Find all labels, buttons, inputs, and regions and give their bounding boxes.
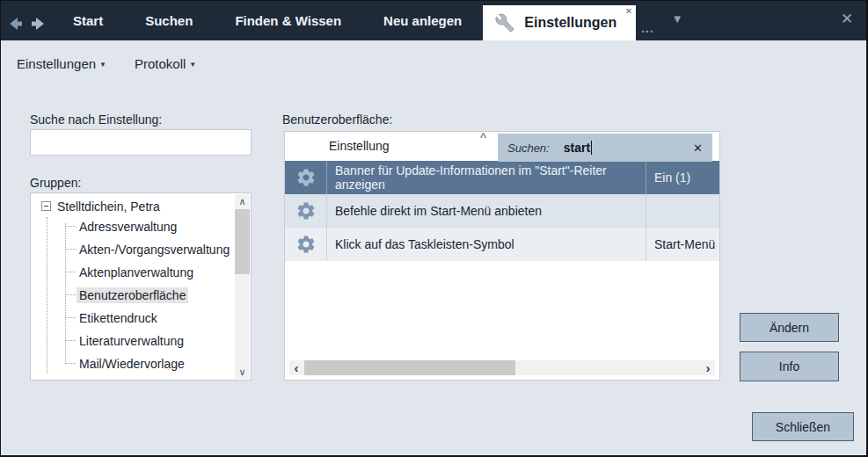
tree-vertical-scrollbar[interactable]: ∧ ∨ xyxy=(235,194,250,379)
groups-tree: Stelltdichein, Petra Adressverwaltung Ak… xyxy=(30,192,252,381)
tree-connector-line xyxy=(65,223,66,364)
text-cursor xyxy=(591,141,592,155)
tab-einstellungen-active[interactable]: Einstellungen ✕ xyxy=(483,5,636,40)
table-header[interactable]: Einstellung ^ Suchen: start ✕ xyxy=(285,132,719,161)
gear-icon xyxy=(295,167,317,188)
tab-neu-anlegen[interactable]: Neu anlegen xyxy=(362,1,483,40)
search-setting-label: Suche nach Einstellung: xyxy=(30,112,162,127)
table-search-overlay: Suchen: start ✕ xyxy=(498,134,712,162)
menu-protokoll-caret-icon: ▼ xyxy=(189,59,196,69)
sort-asc-icon: ^ xyxy=(480,130,486,145)
tab-suchen-label: Suchen xyxy=(145,13,193,28)
tree-item-label: Mail/Wiedervorlage xyxy=(77,356,187,372)
scroll-left-icon[interactable]: ‹ xyxy=(289,360,303,375)
tree-item-mail-wiedervorlage[interactable]: Mail/Wiedervorlage xyxy=(77,352,251,375)
tree-item-aktenplanverwaltung[interactable]: Aktenplanverwaltung xyxy=(77,261,251,284)
wrench-icon xyxy=(495,13,514,33)
tree-item-label: Aktenplanverwaltung xyxy=(77,265,196,280)
table-scrollbar-thumb[interactable] xyxy=(304,360,515,375)
info-button[interactable]: Info xyxy=(740,352,839,381)
history-navigation xyxy=(1,1,52,40)
tree-item-label: Adressverwaltung xyxy=(77,219,179,235)
setting-name: Banner für Update-Informationen im "Star… xyxy=(327,161,646,194)
tree-collapse-icon[interactable] xyxy=(41,201,51,211)
forward-arrow-icon[interactable] xyxy=(28,16,46,32)
gear-icon xyxy=(295,234,317,255)
scroll-up-icon[interactable]: ∧ xyxy=(235,194,250,208)
menu-einstellungen-caret-icon: ▼ xyxy=(99,59,106,69)
tree-item-label: Etikettendruck xyxy=(77,310,160,326)
tab-finden-wissen-label: Finden & Wissen xyxy=(235,13,341,28)
menu-protokoll[interactable]: Protokoll ▼ xyxy=(135,56,196,71)
tree-item-etikettendruck[interactable]: Etikettendruck xyxy=(77,307,251,330)
table-row-banner-update[interactable]: Banner für Update-Informationen im "Star… xyxy=(285,161,719,194)
tab-finden-wissen[interactable]: Finden & Wissen xyxy=(214,1,362,40)
tree-item-label: Akten-/Vorgangsverwaltung xyxy=(77,242,232,258)
table-search-value[interactable]: start xyxy=(564,141,590,155)
setting-name: Klick auf das Taskleisten-Symbol xyxy=(327,228,646,261)
setting-icon-cell xyxy=(285,161,327,194)
table-horizontal-scrollbar[interactable]: ‹ › xyxy=(289,360,715,375)
scroll-down-icon[interactable]: ∨ xyxy=(235,365,250,379)
groups-label: Gruppen: xyxy=(30,176,81,190)
table-search-close-icon[interactable]: ✕ xyxy=(693,141,703,155)
tree-item-akten-vorgangsverwaltung[interactable]: Akten-/Vorgangsverwaltung xyxy=(77,238,251,261)
menu-einstellungen[interactable]: Einstellungen ▼ xyxy=(17,56,106,71)
settings-window: Start Suchen Finden & Wissen Neu anlegen… xyxy=(0,0,868,457)
tab-start-label: Start xyxy=(73,13,103,28)
tab-overflow-ellipsis[interactable]: ... xyxy=(636,21,660,40)
setting-name: Befehle direkt im Start-Menü anbieten xyxy=(327,194,646,228)
menu-protokoll-label: Protokoll xyxy=(135,56,186,71)
table-search-label: Suchen: xyxy=(507,141,550,155)
tab-close-icon[interactable]: ✕ xyxy=(625,6,632,17)
back-arrow-icon[interactable] xyxy=(8,16,26,32)
tree-root-label: Stelltdichein, Petra xyxy=(57,199,160,214)
tree-item-benutzeroberflaeche[interactable]: Benutzeroberfläche xyxy=(77,284,251,307)
window-close-icon[interactable]: ✕ xyxy=(828,1,866,40)
tab-neu-anlegen-label: Neu anlegen xyxy=(383,13,462,28)
tab-dropdown-icon[interactable]: ▼ xyxy=(660,1,696,40)
table-row-befehle-startmenu[interactable]: Befehle direkt im Start-Menü anbieten xyxy=(285,194,719,228)
tabbar-spacer xyxy=(696,1,828,40)
settings-group-title: Benutzeroberfläche: xyxy=(282,112,392,127)
setting-icon-cell xyxy=(285,228,327,261)
tree-item-label: Benutzeroberfläche xyxy=(77,287,188,303)
menu-bar: Einstellungen ▼ Protokoll ▼ xyxy=(1,40,866,86)
tree-item-label: Literaturverwaltung xyxy=(77,333,186,349)
settings-table: Einstellung ^ Suchen: start ✕ Banner für… xyxy=(284,131,720,381)
tab-suchen[interactable]: Suchen xyxy=(124,1,214,40)
search-setting-input[interactable] xyxy=(30,129,252,156)
tree-item-literaturverwaltung[interactable]: Literaturverwaltung xyxy=(77,330,251,352)
table-row-klick-taskleiste[interactable]: Klick auf das Taskleisten-Symbol Start-M… xyxy=(285,228,719,261)
setting-value xyxy=(646,194,719,228)
setting-value: Ein (1) xyxy=(646,161,719,194)
tab-bar: Start Suchen Finden & Wissen Neu anlegen… xyxy=(1,1,866,40)
tab-start[interactable]: Start xyxy=(52,1,124,40)
tab-einstellungen-label: Einstellungen xyxy=(524,15,616,31)
tree-item-adressverwaltung[interactable]: Adressverwaltung xyxy=(77,215,251,238)
schliessen-button[interactable]: Schließen xyxy=(752,412,854,441)
column-header-einstellung[interactable]: Einstellung xyxy=(329,132,390,161)
scroll-right-icon[interactable]: › xyxy=(701,360,715,375)
setting-icon-cell xyxy=(285,194,327,228)
tree-connector-line xyxy=(47,217,47,374)
menu-einstellungen-label: Einstellungen xyxy=(17,56,96,71)
aendern-button[interactable]: Ändern xyxy=(740,313,839,342)
tree-scrollbar-thumb[interactable] xyxy=(235,209,250,274)
tree-root-item[interactable]: Stelltdichein, Petra xyxy=(31,193,251,215)
gear-icon xyxy=(295,200,317,221)
setting-value: Start-Menü xyxy=(646,228,719,261)
